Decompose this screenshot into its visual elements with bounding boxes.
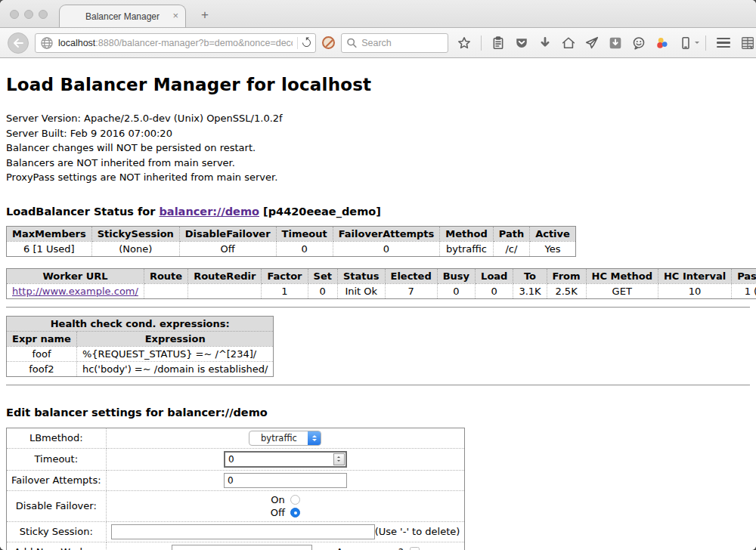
table-row: foof %{REQUEST_STATUS} =~ /^[234]/ — [7, 346, 274, 361]
cell-passes: 1 (0) — [732, 283, 756, 298]
col-status: Status — [337, 268, 385, 283]
col-worker-url: Worker URL — [7, 268, 144, 283]
tab-balancer-manager[interactable]: Balancer Manager × — [59, 5, 186, 27]
downloads-icon[interactable] — [538, 36, 552, 50]
col-timeout: Timeout — [276, 226, 333, 241]
col-load: Load — [476, 268, 513, 283]
radio-option-off: Off — [111, 506, 460, 519]
back-button[interactable] — [8, 32, 29, 54]
col-route: Route — [144, 268, 187, 283]
search-bar[interactable] — [341, 33, 448, 53]
page-title: Load Balancer Manager for localhost — [6, 75, 750, 94]
browser-window: Balancer Manager × + localhost:8880/bala… — [0, 0, 756, 550]
form-row-sticky-session: Sticky Session: (Use '-' to delete) — [7, 521, 465, 542]
window-controls — [10, 10, 48, 19]
radio-on-label: On — [271, 493, 284, 506]
sticky-session-label: Sticky Session: — [7, 521, 107, 542]
cell-timeout: 0 — [276, 241, 333, 256]
status-heading-prefix: LoadBalancer Status for — [6, 205, 159, 218]
table-row: foof2 hc('body') =~ /domain is establish… — [7, 361, 274, 376]
reading-list-icon[interactable] — [491, 36, 505, 50]
tab-close-icon[interactable]: × — [172, 11, 178, 21]
page-content: Load Balancer Manager for localhost Serv… — [0, 58, 756, 550]
col-hc-method: HC Method — [586, 268, 658, 283]
cell-active: Yes — [530, 241, 576, 256]
add-worker-label: Add New Worker: — [7, 542, 107, 550]
timeout-label: Timeout: — [7, 448, 107, 470]
balancer-demo-link[interactable]: balancer://demo — [159, 205, 259, 218]
sticky-session-note: (Use '-' to delete) — [375, 526, 460, 537]
cell-busy: 0 — [437, 283, 475, 298]
col-disablefailover: DisableFailover — [179, 226, 276, 241]
col-path: Path — [493, 226, 529, 241]
hc-table-title: Health check cond. expressions: — [7, 316, 274, 331]
col-passes: Passes — [732, 268, 756, 283]
add-worker-input[interactable] — [172, 545, 312, 550]
color-dots-extension-icon[interactable] — [655, 36, 669, 50]
cell-disablefailover: Off — [179, 241, 276, 256]
new-tab-button[interactable]: + — [197, 8, 213, 23]
send-icon[interactable] — [585, 36, 599, 50]
failover-attempts-label: Failover Attempts: — [7, 470, 107, 490]
table-header-row: Expr name Expression — [7, 331, 274, 346]
radio-off-label: Off — [271, 506, 285, 519]
disable-failover-label: Disable Failover: — [7, 490, 107, 521]
search-input[interactable] — [361, 38, 443, 48]
toolbar-icons — [457, 36, 699, 51]
cell-maxmembers: 6 [1 Used] — [7, 241, 92, 256]
col-elected: Elected — [385, 268, 437, 283]
inherit-note: Balancers are NOT inherited from main se… — [6, 156, 750, 171]
timeout-value: 0 — [225, 453, 333, 466]
bookmark-star-icon[interactable] — [457, 36, 471, 50]
persist-note: Balancer changes will NOT be persisted o… — [6, 141, 750, 156]
failover-attempts-input[interactable] — [224, 473, 347, 488]
are-you-sure-checkbox[interactable] — [410, 547, 420, 550]
cell-method: bytraffic — [440, 241, 493, 256]
minimize-window-button[interactable] — [24, 10, 33, 19]
close-window-button[interactable] — [10, 10, 19, 19]
pocket-icon[interactable] — [515, 36, 528, 50]
server-info: Server Version: Apache/2.5.0-dev (Unix) … — [6, 111, 750, 185]
download-box-icon[interactable] — [609, 36, 622, 50]
sticky-session-input[interactable] — [111, 524, 375, 539]
navigation-toolbar: localhost:8880/balancer-manager?b=demo&n… — [0, 28, 756, 58]
url-rest: :8880/balancer-manager?b=demo&nonce=decc… — [95, 38, 293, 48]
zoom-window-button[interactable] — [39, 10, 48, 19]
form-row-lbmethod: LBmethod: bytraffic — [7, 428, 465, 448]
search-icon — [346, 36, 358, 50]
divider — [6, 385, 750, 386]
lbmethod-selected-value: bytraffic — [249, 431, 308, 445]
home-icon[interactable] — [562, 36, 575, 50]
col-from: From — [547, 268, 586, 283]
url-text: localhost:8880/balancer-manager?b=demo&n… — [58, 38, 293, 48]
reload-icon[interactable] — [301, 37, 313, 49]
smiley-chat-icon[interactable] — [632, 36, 646, 50]
cell-set: 0 — [308, 283, 337, 298]
number-spinner-icon[interactable] — [333, 453, 345, 465]
url-bar[interactable]: localhost:8880/balancer-manager?b=demo&n… — [35, 33, 316, 53]
cell-routeredir — [188, 283, 262, 298]
radio-on-button[interactable] — [290, 495, 300, 505]
table-header-row: MaxMembers StickySession DisableFailover… — [7, 226, 576, 241]
lbmethod-select[interactable]: bytraffic — [249, 431, 321, 446]
divider — [6, 307, 750, 308]
worker-row: http://www.example.com/ 1 0 Init Ok 7 0 … — [7, 283, 756, 298]
col-expr-name: Expr name — [7, 331, 77, 346]
tab-groups-icon[interactable] — [741, 36, 754, 50]
radio-off-button[interactable] — [290, 508, 300, 518]
timeout-input[interactable]: 0 — [224, 451, 347, 468]
are-you-sure-label: Are you sure? — [336, 546, 404, 550]
form-row-timeout: Timeout: 0 — [7, 448, 465, 470]
cell-status: Init Ok — [337, 283, 385, 298]
col-maxmembers: MaxMembers — [7, 226, 92, 241]
cell-route — [144, 283, 187, 298]
device-menu-caret-icon[interactable] — [695, 42, 699, 46]
worker-url-link[interactable]: http://www.example.com/ — [12, 286, 138, 297]
table-row: 6 [1 Used] (None) Off 0 0 bytraffic /c/ … — [7, 241, 576, 256]
plugin-blocked-icon[interactable] — [322, 36, 335, 49]
menu-icon[interactable] — [717, 38, 730, 48]
col-stickysession: StickySession — [91, 226, 179, 241]
device-sync-icon[interactable] — [679, 36, 692, 50]
table-header-row: Worker URL Route RouteRedir Factor Set S… — [7, 268, 756, 283]
worker-table: Worker URL Route RouteRedir Factor Set S… — [6, 268, 756, 299]
